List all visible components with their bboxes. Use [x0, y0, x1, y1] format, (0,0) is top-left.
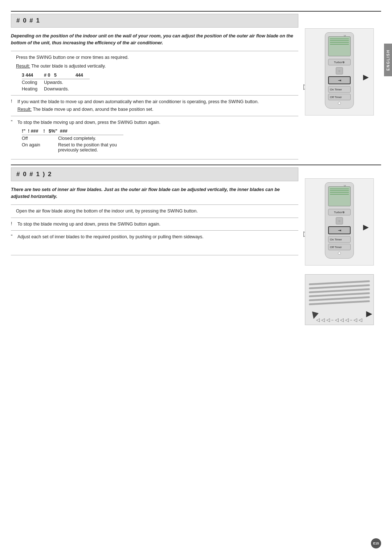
section1-bullet1: ! If you want the blade to move up and d…: [11, 98, 298, 113]
bullet1-result-text: The blade move up and down, around the b…: [33, 106, 153, 113]
blade-arrow-7: ◁: [354, 317, 357, 323]
section2-bullet1: ! To stop the blade moving up and down, …: [11, 221, 298, 228]
language-tab: ENGLISH: [384, 44, 392, 76]
section2-step1: Open the air flow blade along the bottom…: [16, 208, 298, 215]
blade-line-6: [309, 300, 370, 305]
table1-h2: # 0 5: [44, 72, 75, 79]
table2-r1c2: Closed completely.: [58, 135, 123, 142]
remote1-ontimer-label: On Timer: [330, 88, 342, 91]
section1-intro-text: Depending on the position of the indoor …: [11, 33, 293, 45]
remote2-body: ∨ Turbo/⊕ ·:· ⇥ On Timer: [325, 182, 354, 259]
table1-h1: 3 444: [22, 72, 44, 79]
blade-arrow-4: ◁: [335, 317, 339, 323]
remote1-offtimer-btn: Off Timer: [328, 94, 351, 100]
bullet1-result-label: Result:: [17, 106, 32, 113]
table2-r2c1: On again: [22, 142, 58, 153]
remote2-circle: [338, 252, 341, 255]
section2-heading-text: # 0 # 1 ) 2: [16, 171, 52, 178]
table2-r1c1: Off: [22, 135, 58, 142]
blade-arrow-5: ◁: [340, 317, 344, 323]
section2-intro: There are two sets of inner air flow bla…: [11, 186, 298, 200]
section1-heading: # 0 # 1: [11, 14, 298, 28]
table1-r1c1: Cooling: [22, 79, 44, 86]
remote1-body: ∨ Turbo/⊕ ·:· ⇥ On Timer: [325, 32, 354, 109]
bullet1-symbol: !: [11, 99, 17, 113]
table1-h3: 444: [75, 72, 90, 79]
section1-table1: 3 444 # 0 5 444 Cooling Upwards. Heating…: [22, 72, 90, 92]
section2-heading: # 0 # 1 ) 2: [11, 167, 298, 181]
remote1-ontimer-btn: On Timer: [328, 86, 351, 93]
blade-lines-container: [309, 282, 370, 306]
bullet2-content: To stop the blade moving up and down, pr…: [17, 119, 298, 126]
remote1-swing-btn[interactable]: ⇥: [328, 76, 351, 84]
remote1-dots-btn: ·:·: [336, 67, 343, 74]
remote1-wrapper: ▷ ∨ Turbo/⊕ ·:· ⇥: [305, 28, 381, 116]
result-text1: The outer blade is adjusted vertically.: [31, 64, 106, 69]
table1-r2c3: [75, 86, 90, 92]
bullet2-text: To stop the blade moving up and down, pr…: [17, 120, 160, 125]
ac-blade-diagram: ▼ ◁ ◁ ◁ – ◁ ◁ ◁ – ◁ ◁ ►: [305, 274, 374, 325]
remote1-screen: [328, 36, 351, 56]
step1-text-span: Press the SWING button one or more times…: [16, 55, 129, 60]
remote2-swing-btn[interactable]: ⇥: [328, 226, 351, 234]
remote2-dots-btn: ·:·: [336, 217, 343, 224]
section1-step1-text: Press the SWING button one or more times…: [16, 54, 298, 61]
table1-r2c1: Heating: [22, 86, 44, 92]
result-label1: Result:: [16, 64, 30, 69]
section2-step1-text: Open the air flow blade along the bottom…: [16, 208, 198, 214]
remote1-circle: [338, 102, 341, 105]
remote2-screen: [328, 186, 351, 206]
bullet1-result: Result: The blade move up and down, arou…: [17, 106, 298, 113]
remote2-ontimer-label: On Timer: [330, 238, 342, 241]
remote2-offtimer-label: Off Timer: [330, 246, 342, 249]
remote1-offtimer-label: Off Timer: [330, 96, 342, 99]
blade-dash-2: –: [350, 318, 352, 322]
table2-r2c2: Reset to the position that youpreviously…: [58, 142, 123, 153]
remote2-wrapper: ▷ ∨ Turbo/⊕ ·:· ⇥ O: [305, 178, 381, 266]
blade-arrows-row: ◁ ◁ ◁ – ◁ ◁ ◁ – ◁ ◁: [316, 317, 370, 323]
blade-arrow-8: ◁: [359, 317, 362, 323]
remote1-image: ∨ Turbo/⊕ ·:· ⇥ On Timer: [305, 28, 374, 116]
blade-arrow-1: ◁: [316, 317, 320, 323]
table1-r1c2: Upwards.: [44, 79, 75, 86]
s2-bullet2-sym: ": [11, 234, 17, 240]
blade-big-arrow: ►: [364, 308, 374, 320]
section1-intro: Depending on the position of the indoor …: [11, 33, 298, 46]
blade-arrow-2: ◁: [321, 317, 325, 323]
section1-heading-text: # 0 # 1: [16, 17, 40, 24]
s2-bullet2-content: Adjust each set of inner blades to the r…: [17, 234, 298, 240]
bullet2-symbol: ": [11, 119, 17, 126]
remote1-turbo-btn: Turbo/⊕: [328, 59, 351, 65]
s2-bullet1-content: To stop the blade moving up and down, pr…: [17, 221, 298, 228]
section2-intro-text: There are two sets of inner air flow bla…: [11, 187, 280, 199]
table1-r2c2: Downwards.: [44, 86, 75, 92]
remote2-ontimer-btn: On Timer: [328, 236, 351, 243]
s2-bullet2-text: Adjust each set of inner blades to the r…: [17, 234, 204, 239]
remote1-swing-arrow: ►: [361, 72, 371, 83]
section1-table2: !" ! ### ! $%" ### Off Closed completely…: [22, 128, 123, 153]
remote2-turbo-btn: Turbo/⊕: [328, 209, 351, 215]
remote2-image: ∨ Turbo/⊕ ·:· ⇥ On Timer: [305, 178, 374, 266]
s2-bullet1-sym: !: [11, 221, 17, 228]
blade-dash-1: –: [331, 318, 334, 322]
blade-arrow-3: ◁: [326, 317, 330, 323]
table1-r1c3: [75, 79, 90, 86]
section1-bullet2: " To stop the blade moving up and down, …: [11, 119, 298, 126]
table2-header: !" ! ### ! $%" ###: [22, 128, 123, 135]
remote2-offtimer-btn: Off Timer: [328, 244, 351, 250]
bullet1-text: If you want the blade to move up and dow…: [17, 99, 259, 104]
s2-bullet1-text: To stop the blade moving up and down, pr…: [17, 222, 160, 227]
bullet1-content: If you want the blade to move up and dow…: [17, 98, 298, 113]
section2-bullet2: " Adjust each set of inner blades to the…: [11, 234, 298, 240]
section1-step1-result: Result: The outer blade is adjusted vert…: [16, 63, 298, 70]
remote2-swing-arrow: ►: [361, 222, 371, 233]
language-label: ENGLISH: [386, 49, 390, 70]
blade-arrow-6: ◁: [345, 317, 349, 323]
